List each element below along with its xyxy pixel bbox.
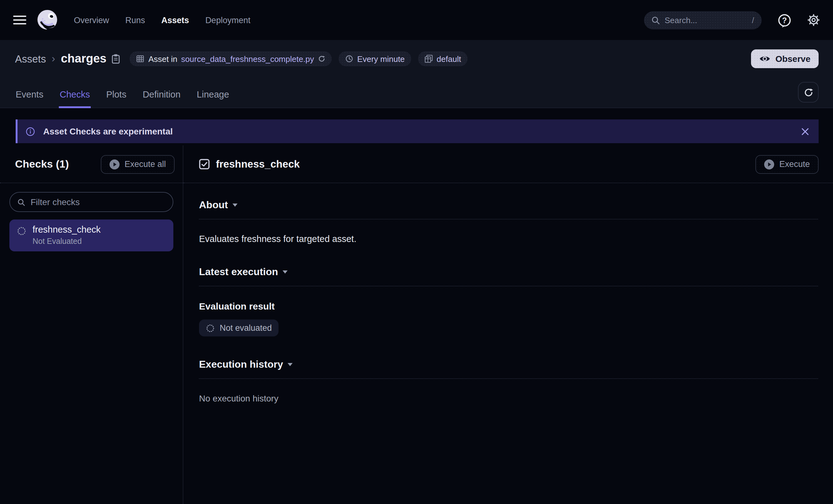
table-icon <box>136 54 145 63</box>
eye-icon <box>759 55 770 62</box>
filter-checks-input[interactable] <box>31 197 165 207</box>
layers-icon <box>424 54 433 63</box>
tab-events[interactable]: Events <box>15 90 44 108</box>
asset-tags: Asset in source_data_freshness_complete.… <box>129 51 467 66</box>
chevron-down-icon <box>283 270 288 274</box>
freshness-policy-label: Every minute <box>357 54 405 64</box>
tab-checks[interactable]: Checks <box>59 90 91 108</box>
check-detail-header: freshness_check Execute <box>183 146 833 183</box>
help-button[interactable]: ? <box>777 13 792 27</box>
about-heading: About <box>199 200 228 211</box>
dagster-logo[interactable] <box>36 8 60 31</box>
checks-list-header: Checks (1) Execute all <box>0 146 183 183</box>
search-icon <box>18 198 25 206</box>
settings-button[interactable] <box>807 14 820 26</box>
check-item-status: Not Evaluated <box>32 237 101 246</box>
check-title-wrap: freshness_check <box>199 158 300 170</box>
check-detail-title: freshness_check <box>216 158 300 170</box>
divider <box>199 219 818 220</box>
check-item-texts: freshness_check Not Evaluated <box>32 225 101 246</box>
search-placeholder: Search... <box>665 15 697 25</box>
clipboard-icon <box>112 54 120 64</box>
execute-all-button[interactable]: Execute all <box>101 155 174 174</box>
check-description: Evaluates freshness for targeted asset. <box>199 234 818 244</box>
tab-plots[interactable]: Plots <box>105 90 127 108</box>
freshness-policy-tag[interactable]: Every minute <box>339 51 411 66</box>
about-section-header[interactable]: About <box>199 200 818 211</box>
execution-history-heading: Execution history <box>199 359 283 370</box>
execute-label: Execute <box>779 159 810 169</box>
breadcrumb-assets-link[interactable]: Assets <box>15 53 46 65</box>
search-shortcut: / <box>752 15 754 25</box>
latest-execution-section-header[interactable]: Latest execution <box>199 267 818 278</box>
app-root: Overview Runs Assets Deployment Search..… <box>0 0 833 504</box>
checks-count-title: Checks (1) <box>15 158 69 170</box>
clock-icon <box>345 54 354 63</box>
svg-text:?: ? <box>782 16 787 24</box>
divider <box>199 378 818 379</box>
search-icon <box>651 16 660 24</box>
refresh-button[interactable] <box>798 82 818 103</box>
execute-all-label: Execute all <box>124 159 166 169</box>
breadcrumb: Assets › charges <box>0 40 833 70</box>
latest-execution-heading: Latest execution <box>199 267 278 278</box>
nav-item-overview[interactable]: Overview <box>74 15 109 25</box>
tab-definition[interactable]: Definition <box>142 90 181 108</box>
copy-asset-name-button[interactable] <box>112 54 120 64</box>
help-icon: ? <box>777 13 792 27</box>
execution-history-empty-text: No execution history <box>199 393 818 403</box>
filter-checks-field[interactable] <box>9 192 173 212</box>
asset-in-label: Asset in <box>148 54 177 64</box>
check-item-name: freshness_check <box>32 225 101 234</box>
nav-links: Overview Runs Assets Deployment <box>74 15 250 25</box>
checks-list-panel: Checks (1) Execute all <box>0 146 183 504</box>
not-evaluated-spinner-icon <box>17 226 26 236</box>
breadcrumb-separator: › <box>52 52 55 65</box>
search-input[interactable]: Search... / <box>644 11 762 29</box>
observe-label: Observe <box>776 54 810 64</box>
refresh-icon <box>803 87 813 97</box>
group-label: default <box>436 54 461 64</box>
asset-source-file-link[interactable]: source_data_freshness_complete.py <box>181 54 314 64</box>
page-title: charges <box>61 52 106 66</box>
gear-icon <box>807 14 820 26</box>
banner-close-button[interactable] <box>800 126 810 136</box>
divider <box>199 286 818 286</box>
evaluation-result-label: Not evaluated <box>220 323 272 333</box>
not-evaluated-spinner-icon <box>206 324 215 332</box>
chevron-down-icon <box>288 363 293 367</box>
group-tag[interactable]: default <box>418 51 467 66</box>
check-list-item-selected[interactable]: freshness_check Not Evaluated <box>9 220 173 251</box>
nav-item-runs[interactable]: Runs <box>125 15 145 25</box>
checks-layout: Checks (1) Execute all <box>0 146 833 504</box>
banner-text: Asset Checks are experimental <box>43 126 173 136</box>
checkbox-icon <box>199 159 210 170</box>
evaluation-result-badge: Not evaluated <box>199 320 279 336</box>
info-icon <box>26 127 35 136</box>
top-nav: Overview Runs Assets Deployment Search..… <box>0 0 833 40</box>
chevron-down-icon <box>232 203 238 207</box>
tab-lineage[interactable]: Lineage <box>196 90 230 108</box>
asset-definition-tag[interactable]: Asset in source_data_freshness_complete.… <box>129 51 331 66</box>
observe-button[interactable]: Observe <box>751 49 818 68</box>
check-detail-body: About Evaluates freshness for targeted a… <box>183 183 833 403</box>
reload-icon[interactable] <box>318 55 326 62</box>
nav-item-assets[interactable]: Assets <box>162 15 189 25</box>
experimental-banner: Asset Checks are experimental <box>16 120 818 143</box>
nav-item-deployment[interactable]: Deployment <box>205 15 250 25</box>
execute-button[interactable]: Execute <box>755 155 818 174</box>
close-icon <box>801 127 809 135</box>
execution-history-section-header[interactable]: Execution history <box>199 359 818 370</box>
evaluation-result-heading: Evaluation result <box>199 301 818 311</box>
asset-tabs: Events Checks Plots Definition Lineage <box>0 70 833 108</box>
play-circle-icon <box>764 159 774 169</box>
check-detail-panel: freshness_check Execute About <box>183 146 833 504</box>
asset-header: Assets › charges <box>0 40 833 108</box>
menu-icon[interactable] <box>13 16 26 25</box>
play-circle-icon <box>110 159 120 169</box>
